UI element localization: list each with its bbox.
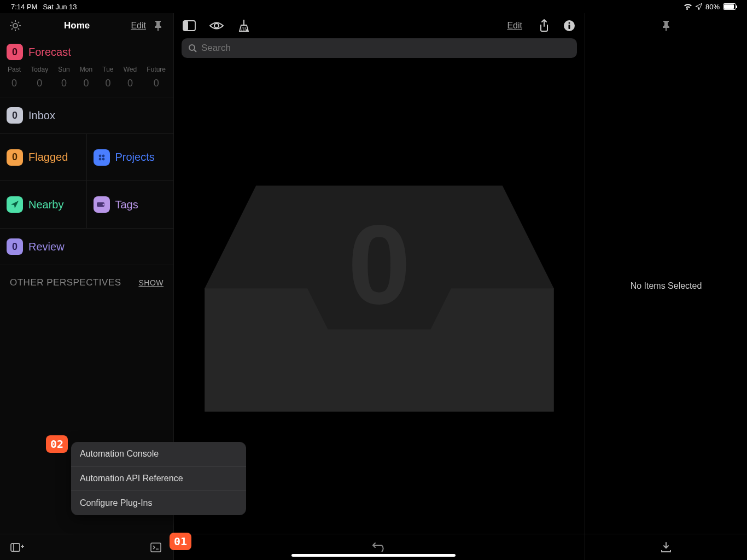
- sidebar-bottom-toolbar: [0, 534, 173, 560]
- nearby-icon: [7, 196, 23, 213]
- forecast-day-today[interactable]: Today0: [31, 66, 48, 89]
- search-input[interactable]: [201, 43, 570, 54]
- inbox-label: Inbox: [28, 109, 55, 122]
- home-indicator[interactable]: [291, 554, 456, 557]
- middle-header: Edit: [174, 13, 585, 38]
- search-box[interactable]: [182, 38, 577, 58]
- inbox-section[interactable]: 0 Inbox: [0, 97, 173, 134]
- svg-line-7: [11, 28, 13, 30]
- battery-percent: 80%: [705, 3, 720, 11]
- flagged-label: Flagged: [28, 151, 68, 164]
- popup-item-configure-plugins[interactable]: Configure Plug-Ins: [71, 491, 246, 515]
- svg-text:0: 0: [348, 201, 411, 328]
- svg-rect-19: [151, 543, 161, 552]
- forecast-day-mon[interactable]: Mon0: [80, 66, 92, 89]
- svg-line-25: [242, 27, 242, 31]
- forecast-label: Forecast: [28, 46, 71, 59]
- svg-point-11: [98, 158, 101, 160]
- review-label: Review: [28, 241, 65, 253]
- status-time: 7:14 PM: [11, 3, 37, 11]
- nearby-cell[interactable]: Nearby: [0, 181, 87, 228]
- svg-point-28: [246, 29, 248, 31]
- sidebar-header: Home Edit: [0, 13, 173, 38]
- annotation-marker-02: 02: [46, 435, 68, 453]
- undo-icon[interactable]: [372, 540, 387, 555]
- projects-icon: [94, 149, 110, 166]
- tags-icon: [94, 196, 110, 213]
- inbox-badge: 0: [7, 107, 23, 124]
- share-icon[interactable]: [536, 18, 552, 33]
- sidebar-toggle-icon[interactable]: [182, 18, 197, 33]
- svg-point-9: [98, 154, 101, 157]
- nearby-label: Nearby: [28, 199, 63, 211]
- status-date: Sat Jun 13: [43, 3, 77, 11]
- inspector-bottom-toolbar: [585, 534, 747, 560]
- review-badge: 0: [7, 238, 23, 255]
- svg-point-30: [569, 22, 570, 24]
- svg-point-12: [102, 158, 104, 160]
- forecast-days: Past0 Today0 Sun0 Mon0 Tue0 Wed0 Future0: [7, 66, 167, 89]
- middle-edit-button[interactable]: Edit: [507, 21, 522, 31]
- svg-point-23: [214, 24, 219, 28]
- forecast-day-tue[interactable]: Tue0: [102, 66, 113, 89]
- popup-item-automation-console[interactable]: Automation Console: [71, 442, 246, 466]
- svg-point-14: [102, 204, 104, 206]
- location-icon: [696, 3, 702, 10]
- no-items-label: No Items Selected: [585, 38, 747, 534]
- svg-line-5: [11, 22, 13, 23]
- svg-line-27: [246, 27, 246, 31]
- pin-icon[interactable]: [150, 18, 166, 33]
- console-icon[interactable]: [148, 540, 164, 555]
- svg-rect-22: [183, 21, 188, 31]
- review-section[interactable]: 0 Review: [0, 229, 173, 265]
- automation-popup-menu: Automation Console Automation API Refere…: [71, 442, 246, 515]
- projects-label: Projects: [115, 151, 155, 164]
- svg-line-33: [194, 50, 196, 52]
- status-bar: 7:14 PM Sat Jun 13 80%: [0, 0, 747, 13]
- inspector-pin-icon[interactable]: [658, 18, 674, 33]
- info-icon[interactable]: [562, 18, 577, 33]
- flagged-badge: 0: [7, 149, 23, 166]
- cleanup-icon[interactable]: [236, 18, 252, 33]
- forecast-section[interactable]: 0 Forecast Past0 Today0 Sun0 Mon0 Tue0 W…: [0, 38, 173, 97]
- svg-rect-15: [11, 544, 20, 551]
- view-icon[interactable]: [209, 18, 224, 33]
- tags-label: Tags: [115, 199, 138, 211]
- popup-item-api-reference[interactable]: Automation API Reference: [71, 466, 246, 491]
- wifi-icon: [684, 3, 692, 10]
- forecast-day-wed[interactable]: Wed0: [124, 66, 137, 89]
- settings-icon[interactable]: [8, 18, 23, 33]
- projects-cell[interactable]: Projects: [87, 134, 174, 181]
- other-perspectives-section: OTHER PERSPECTIVES SHOW: [0, 265, 173, 300]
- annotation-marker-01: 01: [170, 533, 191, 550]
- sidebar-edit-button[interactable]: Edit: [131, 21, 146, 31]
- other-perspectives-label: OTHER PERSPECTIVES: [10, 277, 121, 288]
- perspective-grid: 0 Flagged Projects Nearby Tags: [0, 134, 173, 229]
- inspector-header: [585, 13, 747, 38]
- svg-point-32: [189, 45, 195, 50]
- forecast-day-sun[interactable]: Sun0: [58, 66, 69, 89]
- svg-point-10: [102, 154, 104, 157]
- flagged-cell[interactable]: 0 Flagged: [0, 134, 87, 181]
- forecast-badge: 0: [7, 44, 23, 60]
- forecast-day-past[interactable]: Past0: [8, 66, 21, 89]
- add-perspective-icon[interactable]: [10, 540, 25, 555]
- inspector-pane: No Items Selected: [585, 13, 747, 560]
- tags-cell[interactable]: Tags: [87, 181, 174, 228]
- svg-line-8: [18, 22, 19, 23]
- forecast-day-future[interactable]: Future0: [147, 66, 166, 89]
- sidebar-title: Home: [23, 20, 131, 31]
- download-icon[interactable]: [658, 540, 674, 555]
- svg-line-6: [18, 28, 19, 30]
- show-button[interactable]: SHOW: [138, 278, 164, 287]
- search-icon: [188, 44, 197, 52]
- svg-point-0: [13, 24, 17, 28]
- battery-icon: [723, 3, 736, 10]
- svg-rect-31: [569, 25, 570, 29]
